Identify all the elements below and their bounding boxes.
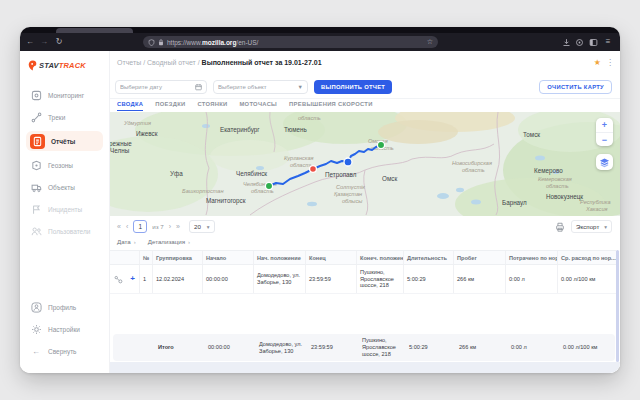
svg-text:Новосибирская: Новосибирская: [452, 160, 492, 166]
route-start-marker[interactable]: [265, 182, 272, 189]
logo-icon: [28, 60, 37, 71]
download-icon[interactable]: [562, 37, 571, 47]
tab-stops[interactable]: СТОЯНКИ: [197, 101, 227, 111]
svg-text:область: область: [462, 167, 485, 173]
tab-trips[interactable]: ПОЕЗДКИ: [155, 101, 185, 111]
more-menu-icon[interactable]: ⋮: [606, 58, 614, 67]
map[interactable]: Ижевск бережные Челны Екатеринбург Тюмен…: [110, 112, 620, 216]
cell-avg: 0.00 л/100 км: [557, 265, 616, 293]
sidebar-item-settings[interactable]: Настройки: [26, 321, 103, 337]
map-layers-button[interactable]: [596, 154, 613, 170]
cell-duration: 5:00:29: [403, 265, 453, 293]
print-icon[interactable]: [555, 222, 565, 232]
last-page-button[interactable]: »: [176, 223, 180, 230]
route-point-marker[interactable]: [344, 158, 352, 166]
sidebar-item-reports[interactable]: Отчёты: [26, 131, 103, 151]
monitoring-icon: [30, 89, 42, 101]
date-field[interactable]: [115, 80, 207, 94]
svg-text:Томск: Томск: [523, 131, 540, 138]
prev-page-button[interactable]: ‹: [126, 223, 128, 230]
tracks-icon: [30, 111, 42, 123]
col-start-loc: Нач. положение: [253, 251, 305, 264]
browser-toolbar: ← → ↻ https://www.mozilla.org/en-US/ ☆: [20, 33, 620, 51]
sidebar-item-label: Отчёты: [51, 138, 75, 145]
breadcrumb: Отчеты / Сводный отчет / Выполненный отч…: [117, 59, 322, 66]
first-page-button[interactable]: «: [117, 223, 121, 230]
current-page-input[interactable]: 1: [133, 220, 147, 233]
sidebar-item-profile[interactable]: Профиль: [26, 299, 103, 315]
tab-engine-hours[interactable]: МОТОЧАСЫ: [239, 101, 277, 111]
svg-text:Қазақстан: Қазақстан: [334, 191, 362, 197]
sidebar-item-users[interactable]: Пользователи: [26, 223, 103, 239]
shield-icon[interactable]: [148, 39, 155, 46]
col-end: Конец: [305, 251, 356, 264]
page-size-select[interactable]: 20 ▾: [189, 220, 215, 233]
sidebar: STAVTRACK Мониторинг Треки: [20, 51, 110, 373]
sidebar-item-objects[interactable]: Объекты: [26, 179, 103, 195]
table-row[interactable]: + 1 12.02.2024 00:00:00 Домодедово, ул. …: [110, 265, 616, 294]
sidebar-toggle-icon[interactable]: [589, 37, 598, 47]
map-canvas: Ижевск бережные Челны Екатеринбург Тюмен…: [110, 112, 620, 216]
main-content: Отчеты / Сводный отчет / Выполненный отч…: [110, 51, 620, 373]
chevron-down-icon: ▾: [207, 224, 210, 230]
date-input[interactable]: [120, 84, 192, 90]
bottom-strip: [110, 362, 620, 373]
svg-text:Челябинск: Челябинск: [236, 170, 267, 177]
browser-window: ← → ↻ https://www.mozilla.org/en-US/ ☆: [20, 27, 620, 373]
group-label: Детализация: [148, 238, 185, 245]
back-icon[interactable]: ←: [24, 37, 36, 47]
cell-start: 00:00:00: [202, 265, 253, 293]
group-by-detail[interactable]: Детализация›: [148, 238, 190, 245]
incidents-icon: [30, 203, 42, 215]
menu-icon[interactable]: ≡: [602, 37, 614, 47]
bookmark-star-icon[interactable]: ☆: [427, 38, 433, 46]
col-num: №: [139, 251, 152, 264]
col-expand: [126, 251, 139, 264]
zoom-out-button[interactable]: −: [596, 132, 613, 146]
sidebar-item-tracks[interactable]: Треки: [26, 109, 103, 125]
group-by-date[interactable]: Дата›: [117, 238, 136, 245]
objects-icon: [30, 181, 42, 193]
sidebar-item-monitoring[interactable]: Мониторинг: [26, 87, 103, 103]
export-select[interactable]: Экспорт ▾: [571, 220, 612, 233]
url-bar[interactable]: https://www.mozilla.org/en-US/ ☆: [143, 36, 438, 48]
col-avg: Ср. расход по нор...: [557, 251, 616, 264]
forward-icon[interactable]: →: [38, 37, 50, 47]
expand-row-button[interactable]: +: [126, 265, 139, 293]
col-end-loc: Конеч. положение: [356, 251, 403, 264]
sidebar-item-geozones[interactable]: Геозоны: [26, 157, 103, 173]
logo-text: STAVTRACK: [39, 61, 86, 70]
svg-text:Новокузнецк: Новокузнецк: [546, 193, 583, 201]
next-page-button[interactable]: ›: [169, 223, 171, 230]
total-mileage: 266 км: [456, 334, 508, 361]
svg-text:Республика: Республика: [580, 199, 611, 205]
grouping-row: Дата› Детализация›: [117, 238, 190, 245]
show-track-icon[interactable]: [110, 265, 126, 293]
sidebar-item-incidents[interactable]: Инциденты: [26, 201, 103, 217]
svg-text:Омск: Омск: [382, 175, 397, 182]
pagination: « ‹ 1 из 7 › » 20 ▾: [117, 220, 215, 233]
tab-summary[interactable]: СВОДКА: [117, 101, 143, 111]
route-end-marker[interactable]: [377, 141, 384, 148]
table-scrollbar[interactable]: [616, 250, 619, 362]
run-report-button[interactable]: ВЫПОЛНИТЬ ОТЧЕТ: [314, 80, 392, 94]
total-start-loc: Домодедово, ул. Заборье, 130: [256, 334, 308, 361]
col-duration: Длительность: [403, 251, 453, 264]
clear-map-button[interactable]: ОЧИСТИТЬ КАРТУ: [539, 80, 612, 94]
report-tabs: СВОДКА ПОЕЗДКИ СТОЯНКИ МОТОЧАСЫ ПРЕВЫШЕН…: [117, 101, 373, 111]
extensions-icon[interactable]: [575, 37, 584, 47]
sidebar-collapse[interactable]: ← Свернуть: [26, 343, 103, 359]
col-mileage: Пробег: [453, 251, 505, 264]
tab-speed-violations[interactable]: ПРЕВЫШЕНИЯ СКОРОСТИ: [289, 101, 373, 111]
zoom-in-button[interactable]: +: [596, 118, 613, 132]
reload-icon[interactable]: ↻: [53, 37, 65, 47]
object-select[interactable]: Выберите объект ▼: [213, 80, 308, 94]
breadcrumb-path[interactable]: Отчеты / Сводный отчет /: [117, 59, 202, 66]
app-root: STAVTRACK Мониторинг Треки: [20, 51, 620, 373]
calendar-icon: [195, 83, 202, 91]
total-spent: 0:00 л: [508, 334, 560, 361]
favorite-star-icon[interactable]: ★: [594, 58, 601, 67]
app-logo[interactable]: STAVTRACK: [20, 51, 109, 75]
route-stop-marker[interactable]: [310, 166, 317, 173]
svg-text:Кемерово: Кемерово: [534, 167, 563, 175]
